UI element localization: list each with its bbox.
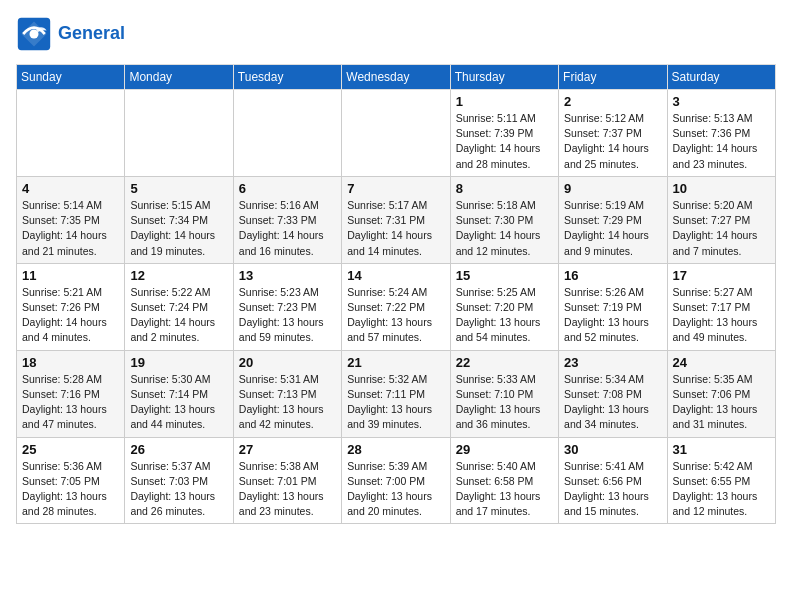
week-row-3: 11Sunrise: 5:21 AM Sunset: 7:26 PM Dayli…	[17, 263, 776, 350]
day-detail: Sunrise: 5:20 AM Sunset: 7:27 PM Dayligh…	[673, 198, 770, 259]
day-cell: 21Sunrise: 5:32 AM Sunset: 7:11 PM Dayli…	[342, 350, 450, 437]
day-cell	[342, 90, 450, 177]
day-cell	[125, 90, 233, 177]
day-cell: 2Sunrise: 5:12 AM Sunset: 7:37 PM Daylig…	[559, 90, 667, 177]
day-detail: Sunrise: 5:35 AM Sunset: 7:06 PM Dayligh…	[673, 372, 770, 433]
day-detail: Sunrise: 5:40 AM Sunset: 6:58 PM Dayligh…	[456, 459, 553, 520]
day-cell: 3Sunrise: 5:13 AM Sunset: 7:36 PM Daylig…	[667, 90, 775, 177]
week-row-2: 4Sunrise: 5:14 AM Sunset: 7:35 PM Daylig…	[17, 176, 776, 263]
weekday-header-wednesday: Wednesday	[342, 65, 450, 90]
day-number: 21	[347, 355, 444, 370]
day-detail: Sunrise: 5:28 AM Sunset: 7:16 PM Dayligh…	[22, 372, 119, 433]
calendar-table: SundayMondayTuesdayWednesdayThursdayFrid…	[16, 64, 776, 524]
weekday-header-monday: Monday	[125, 65, 233, 90]
day-detail: Sunrise: 5:37 AM Sunset: 7:03 PM Dayligh…	[130, 459, 227, 520]
day-cell: 10Sunrise: 5:20 AM Sunset: 7:27 PM Dayli…	[667, 176, 775, 263]
day-detail: Sunrise: 5:41 AM Sunset: 6:56 PM Dayligh…	[564, 459, 661, 520]
day-number: 25	[22, 442, 119, 457]
day-detail: Sunrise: 5:12 AM Sunset: 7:37 PM Dayligh…	[564, 111, 661, 172]
day-number: 27	[239, 442, 336, 457]
day-cell: 5Sunrise: 5:15 AM Sunset: 7:34 PM Daylig…	[125, 176, 233, 263]
day-detail: Sunrise: 5:27 AM Sunset: 7:17 PM Dayligh…	[673, 285, 770, 346]
day-number: 26	[130, 442, 227, 457]
day-detail: Sunrise: 5:24 AM Sunset: 7:22 PM Dayligh…	[347, 285, 444, 346]
day-number: 14	[347, 268, 444, 283]
day-detail: Sunrise: 5:39 AM Sunset: 7:00 PM Dayligh…	[347, 459, 444, 520]
weekday-header-thursday: Thursday	[450, 65, 558, 90]
day-cell: 20Sunrise: 5:31 AM Sunset: 7:13 PM Dayli…	[233, 350, 341, 437]
day-number: 9	[564, 181, 661, 196]
day-number: 28	[347, 442, 444, 457]
logo-text: General	[58, 24, 125, 44]
day-detail: Sunrise: 5:30 AM Sunset: 7:14 PM Dayligh…	[130, 372, 227, 433]
day-cell	[17, 90, 125, 177]
logo-icon	[16, 16, 52, 52]
day-detail: Sunrise: 5:11 AM Sunset: 7:39 PM Dayligh…	[456, 111, 553, 172]
day-cell: 17Sunrise: 5:27 AM Sunset: 7:17 PM Dayli…	[667, 263, 775, 350]
day-cell: 8Sunrise: 5:18 AM Sunset: 7:30 PM Daylig…	[450, 176, 558, 263]
day-detail: Sunrise: 5:13 AM Sunset: 7:36 PM Dayligh…	[673, 111, 770, 172]
day-number: 2	[564, 94, 661, 109]
day-cell: 1Sunrise: 5:11 AM Sunset: 7:39 PM Daylig…	[450, 90, 558, 177]
day-detail: Sunrise: 5:21 AM Sunset: 7:26 PM Dayligh…	[22, 285, 119, 346]
weekday-header-saturday: Saturday	[667, 65, 775, 90]
day-detail: Sunrise: 5:36 AM Sunset: 7:05 PM Dayligh…	[22, 459, 119, 520]
day-detail: Sunrise: 5:38 AM Sunset: 7:01 PM Dayligh…	[239, 459, 336, 520]
day-detail: Sunrise: 5:23 AM Sunset: 7:23 PM Dayligh…	[239, 285, 336, 346]
day-cell: 15Sunrise: 5:25 AM Sunset: 7:20 PM Dayli…	[450, 263, 558, 350]
day-detail: Sunrise: 5:34 AM Sunset: 7:08 PM Dayligh…	[564, 372, 661, 433]
day-cell: 31Sunrise: 5:42 AM Sunset: 6:55 PM Dayli…	[667, 437, 775, 524]
day-cell: 11Sunrise: 5:21 AM Sunset: 7:26 PM Dayli…	[17, 263, 125, 350]
day-cell: 30Sunrise: 5:41 AM Sunset: 6:56 PM Dayli…	[559, 437, 667, 524]
day-number: 7	[347, 181, 444, 196]
day-detail: Sunrise: 5:26 AM Sunset: 7:19 PM Dayligh…	[564, 285, 661, 346]
week-row-5: 25Sunrise: 5:36 AM Sunset: 7:05 PM Dayli…	[17, 437, 776, 524]
day-detail: Sunrise: 5:14 AM Sunset: 7:35 PM Dayligh…	[22, 198, 119, 259]
day-detail: Sunrise: 5:19 AM Sunset: 7:29 PM Dayligh…	[564, 198, 661, 259]
week-row-1: 1Sunrise: 5:11 AM Sunset: 7:39 PM Daylig…	[17, 90, 776, 177]
day-detail: Sunrise: 5:17 AM Sunset: 7:31 PM Dayligh…	[347, 198, 444, 259]
day-number: 8	[456, 181, 553, 196]
day-detail: Sunrise: 5:18 AM Sunset: 7:30 PM Dayligh…	[456, 198, 553, 259]
day-detail: Sunrise: 5:16 AM Sunset: 7:33 PM Dayligh…	[239, 198, 336, 259]
logo-general: General	[58, 23, 125, 43]
day-detail: Sunrise: 5:22 AM Sunset: 7:24 PM Dayligh…	[130, 285, 227, 346]
day-detail: Sunrise: 5:42 AM Sunset: 6:55 PM Dayligh…	[673, 459, 770, 520]
week-row-4: 18Sunrise: 5:28 AM Sunset: 7:16 PM Dayli…	[17, 350, 776, 437]
day-number: 4	[22, 181, 119, 196]
day-cell: 22Sunrise: 5:33 AM Sunset: 7:10 PM Dayli…	[450, 350, 558, 437]
day-number: 3	[673, 94, 770, 109]
day-detail: Sunrise: 5:25 AM Sunset: 7:20 PM Dayligh…	[456, 285, 553, 346]
day-detail: Sunrise: 5:32 AM Sunset: 7:11 PM Dayligh…	[347, 372, 444, 433]
weekday-header-friday: Friday	[559, 65, 667, 90]
logo: General	[16, 16, 125, 52]
day-cell: 18Sunrise: 5:28 AM Sunset: 7:16 PM Dayli…	[17, 350, 125, 437]
day-number: 5	[130, 181, 227, 196]
day-detail: Sunrise: 5:31 AM Sunset: 7:13 PM Dayligh…	[239, 372, 336, 433]
day-number: 18	[22, 355, 119, 370]
day-cell: 23Sunrise: 5:34 AM Sunset: 7:08 PM Dayli…	[559, 350, 667, 437]
day-number: 20	[239, 355, 336, 370]
day-number: 29	[456, 442, 553, 457]
day-cell	[233, 90, 341, 177]
day-cell: 19Sunrise: 5:30 AM Sunset: 7:14 PM Dayli…	[125, 350, 233, 437]
day-cell: 27Sunrise: 5:38 AM Sunset: 7:01 PM Dayli…	[233, 437, 341, 524]
day-number: 15	[456, 268, 553, 283]
day-number: 23	[564, 355, 661, 370]
day-cell: 29Sunrise: 5:40 AM Sunset: 6:58 PM Dayli…	[450, 437, 558, 524]
day-cell: 24Sunrise: 5:35 AM Sunset: 7:06 PM Dayli…	[667, 350, 775, 437]
page-header: General	[16, 16, 776, 52]
day-number: 6	[239, 181, 336, 196]
day-number: 10	[673, 181, 770, 196]
day-number: 19	[130, 355, 227, 370]
day-cell: 26Sunrise: 5:37 AM Sunset: 7:03 PM Dayli…	[125, 437, 233, 524]
day-cell: 14Sunrise: 5:24 AM Sunset: 7:22 PM Dayli…	[342, 263, 450, 350]
day-detail: Sunrise: 5:33 AM Sunset: 7:10 PM Dayligh…	[456, 372, 553, 433]
day-cell: 13Sunrise: 5:23 AM Sunset: 7:23 PM Dayli…	[233, 263, 341, 350]
day-number: 12	[130, 268, 227, 283]
day-cell: 28Sunrise: 5:39 AM Sunset: 7:00 PM Dayli…	[342, 437, 450, 524]
day-cell: 12Sunrise: 5:22 AM Sunset: 7:24 PM Dayli…	[125, 263, 233, 350]
day-number: 24	[673, 355, 770, 370]
day-number: 22	[456, 355, 553, 370]
day-cell: 4Sunrise: 5:14 AM Sunset: 7:35 PM Daylig…	[17, 176, 125, 263]
